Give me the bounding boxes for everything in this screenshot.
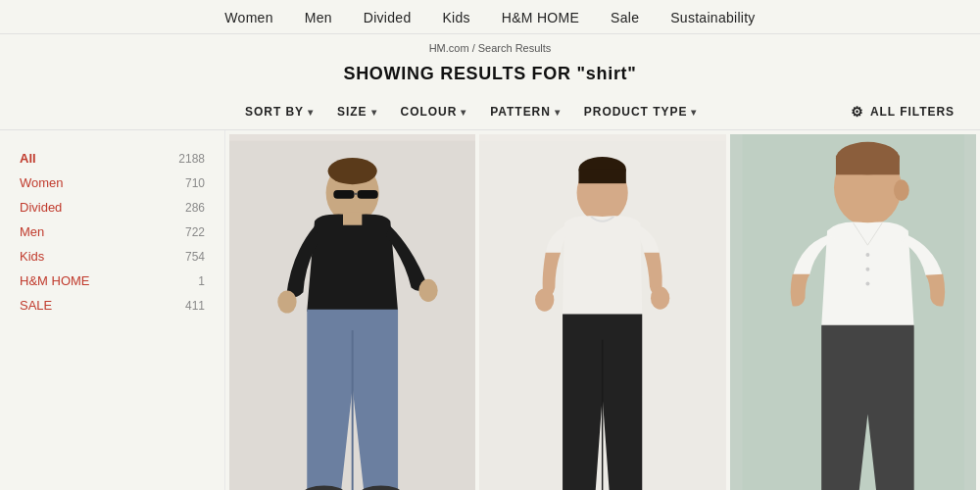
sidebar-count-women: 710 [185, 176, 205, 190]
sort-by-button[interactable]: SORT BY ▾ [235, 101, 323, 122]
nav-men[interactable]: Men [305, 10, 332, 25]
sidebar-count-sale: 411 [185, 299, 205, 313]
svg-point-7 [418, 279, 437, 302]
svg-point-24 [894, 179, 909, 201]
svg-point-27 [865, 268, 869, 271]
product-type-chevron-icon: ▾ [691, 107, 697, 118]
sidebar-label-hm-home: H&M HOME [20, 273, 90, 288]
product-card-1[interactable] [229, 134, 475, 490]
svg-point-17 [535, 288, 554, 311]
sidebar-count-all: 2188 [178, 152, 205, 166]
nav-women[interactable]: Women [224, 10, 272, 25]
svg-point-26 [865, 253, 869, 257]
sidebar-label-men: Men [20, 224, 44, 239]
filter-icon: ⚙ [851, 104, 864, 120]
svg-rect-2 [333, 190, 354, 199]
sidebar-label-kids: Kids [20, 249, 44, 264]
svg-point-18 [651, 287, 669, 310]
breadcrumb-site[interactable]: HM.com [429, 42, 469, 54]
sidebar-label-divided: Divided [20, 200, 62, 215]
sidebar: All 2188 Women 710 Divided 286 Men 722 K… [0, 130, 225, 490]
nav-kids[interactable]: Kids [442, 10, 469, 25]
filter-bar: SORT BY ▾ SIZE ▾ COLOUR ▾ PATTERN ▾ PROD… [0, 94, 980, 130]
nav-sustainability[interactable]: Sustainability [670, 10, 755, 25]
sidebar-item-sale[interactable]: SALE 411 [20, 293, 205, 318]
sidebar-label-women: Women [20, 175, 64, 190]
svg-rect-23 [836, 156, 900, 175]
svg-rect-15 [579, 170, 626, 183]
product-grid [225, 130, 980, 490]
main-layout: All 2188 Women 710 Divided 286 Men 722 K… [0, 130, 980, 490]
sidebar-count-hm-home: 1 [198, 274, 205, 288]
sidebar-label-sale: SALE [20, 298, 52, 313]
nav-hm-home[interactable]: H&M HOME [502, 10, 579, 25]
product-type-filter-button[interactable]: PRODUCT TYPE ▾ [574, 101, 708, 122]
sidebar-item-women[interactable]: Women 710 [20, 171, 205, 195]
size-filter-button[interactable]: SIZE ▾ [327, 101, 386, 122]
all-filters-button[interactable]: ⚙ ALL FILTERS [841, 100, 964, 123]
svg-rect-11 [343, 212, 362, 225]
nav-divided[interactable]: Divided [364, 10, 412, 25]
colour-filter-button[interactable]: COLOUR ▾ [391, 101, 477, 122]
product-card-3[interactable] [730, 134, 976, 490]
search-results-title: SHOWING RESULTS FOR "shirt" [0, 58, 980, 94]
sidebar-item-men[interactable]: Men 722 [20, 220, 205, 244]
product-card-2[interactable] [479, 134, 725, 490]
svg-point-5 [328, 158, 377, 184]
svg-rect-3 [357, 190, 377, 199]
breadcrumb: HM.com / Search Results [0, 34, 980, 58]
pattern-filter-button[interactable]: PATTERN ▾ [480, 101, 570, 122]
sidebar-count-men: 722 [185, 225, 205, 239]
sidebar-item-hm-home[interactable]: H&M HOME 1 [20, 269, 205, 293]
nav-sale[interactable]: Sale [611, 10, 639, 25]
size-chevron-icon: ▾ [371, 107, 377, 118]
breadcrumb-page: Search Results [478, 42, 552, 54]
svg-point-28 [865, 282, 869, 286]
sidebar-item-divided[interactable]: Divided 286 [20, 195, 205, 220]
sidebar-count-kids: 754 [185, 250, 205, 264]
sort-by-chevron-icon: ▾ [308, 107, 314, 118]
top-navigation: Women Men Divided Kids H&M HOME Sale Sus… [0, 0, 980, 34]
pattern-chevron-icon: ▾ [555, 107, 561, 118]
svg-point-6 [277, 290, 296, 313]
colour-chevron-icon: ▾ [461, 107, 466, 118]
sidebar-item-all[interactable]: All 2188 [20, 146, 205, 171]
sidebar-label-all: All [20, 151, 36, 166]
sidebar-item-kids[interactable]: Kids 754 [20, 244, 205, 269]
sidebar-count-divided: 286 [185, 201, 205, 215]
